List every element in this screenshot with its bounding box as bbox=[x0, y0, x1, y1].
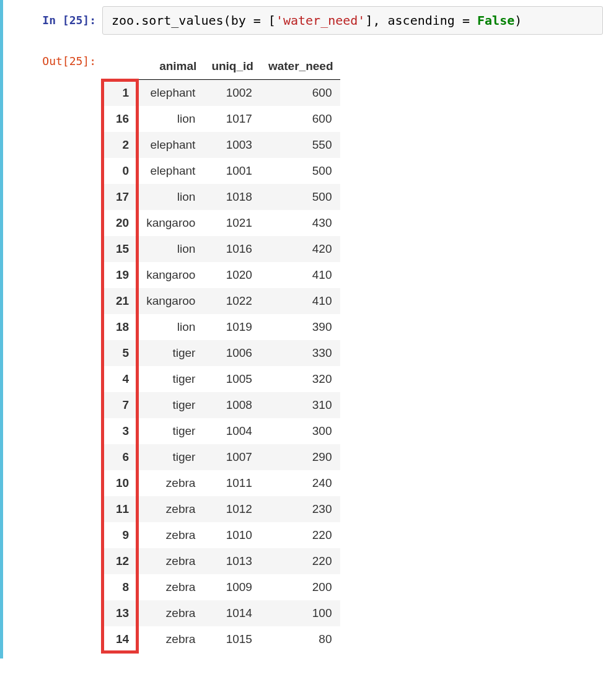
row-index: 9 bbox=[102, 522, 138, 548]
table-row: 0elephant1001500 bbox=[102, 158, 340, 184]
input-prompt: In [25]: bbox=[3, 6, 96, 27]
table-row: 10zebra1011240 bbox=[102, 470, 340, 496]
input-area: zoo.sort_values(by = ['water_need'], asc… bbox=[102, 6, 603, 35]
row-index: 7 bbox=[102, 392, 138, 418]
row-index: 11 bbox=[102, 496, 138, 522]
code-token-string: 'water_need' bbox=[276, 13, 366, 28]
cell-uniq_id: 1001 bbox=[204, 158, 261, 184]
cell-water_need: 500 bbox=[261, 158, 341, 184]
cell-animal: tiger bbox=[138, 366, 204, 392]
header-row: animal uniq_id water_need bbox=[102, 53, 340, 80]
cell-animal: zebra bbox=[138, 600, 204, 626]
row-index: 19 bbox=[102, 262, 138, 288]
cell-water_need: 500 bbox=[261, 184, 341, 210]
col-header-animal: animal bbox=[138, 53, 204, 80]
cell-uniq_id: 1018 bbox=[204, 184, 261, 210]
table-row: 8zebra1009200 bbox=[102, 574, 340, 600]
notebook-cell: In [25]: zoo.sort_values(by = ['water_ne… bbox=[0, 0, 603, 41]
row-index: 10 bbox=[102, 470, 138, 496]
cell-water_need: 230 bbox=[261, 496, 341, 522]
cell-water_need: 220 bbox=[261, 548, 341, 574]
cell-animal: elephant bbox=[138, 158, 204, 184]
cell-animal: tiger bbox=[138, 418, 204, 444]
table-row: 11zebra1012230 bbox=[102, 496, 340, 522]
row-index: 5 bbox=[102, 340, 138, 366]
cell-animal: tiger bbox=[138, 444, 204, 470]
table-row: 15lion1016420 bbox=[102, 236, 340, 262]
cell-uniq_id: 1019 bbox=[204, 314, 261, 340]
table-row: 9zebra1010220 bbox=[102, 522, 340, 548]
row-index: 6 bbox=[102, 444, 138, 470]
cell-water_need: 430 bbox=[261, 210, 341, 236]
table-row: 21kangaroo1022410 bbox=[102, 288, 340, 314]
col-header-water-need: water_need bbox=[261, 53, 341, 80]
row-index: 18 bbox=[102, 314, 138, 340]
prompt-column: Out[25]: bbox=[3, 47, 102, 652]
table-row: 3tiger1004300 bbox=[102, 418, 340, 444]
col-header-uniq-id: uniq_id bbox=[204, 53, 261, 80]
cell-water_need: 80 bbox=[261, 626, 341, 652]
cell-animal: kangaroo bbox=[138, 288, 204, 314]
cell-animal: tiger bbox=[138, 340, 204, 366]
cell-uniq_id: 1012 bbox=[204, 496, 261, 522]
code-token-keyword: False bbox=[477, 13, 514, 28]
row-index: 12 bbox=[102, 548, 138, 574]
cell-water_need: 330 bbox=[261, 340, 341, 366]
cell-uniq_id: 1007 bbox=[204, 444, 261, 470]
cell-animal: lion bbox=[138, 184, 204, 210]
cell-uniq_id: 1014 bbox=[204, 600, 261, 626]
cell-uniq_id: 1022 bbox=[204, 288, 261, 314]
cell-uniq_id: 1015 bbox=[204, 626, 261, 652]
table-row: 6tiger1007290 bbox=[102, 444, 340, 470]
table-row: 13zebra1014100 bbox=[102, 600, 340, 626]
code-token: ) bbox=[514, 13, 522, 28]
row-index: 15 bbox=[102, 236, 138, 262]
cell-water_need: 300 bbox=[261, 418, 341, 444]
table-row: 2elephant1003550 bbox=[102, 132, 340, 158]
code-token: ], ascending = bbox=[365, 13, 477, 28]
cell-uniq_id: 1009 bbox=[204, 574, 261, 600]
row-index: 2 bbox=[102, 132, 138, 158]
cell-uniq_id: 1011 bbox=[204, 470, 261, 496]
cell-water_need: 390 bbox=[261, 314, 341, 340]
row-index: 8 bbox=[102, 574, 138, 600]
cell-animal: tiger bbox=[138, 392, 204, 418]
cell-water_need: 550 bbox=[261, 132, 341, 158]
notebook-output-cell: Out[25]: animal uniq_id water_need 1elep… bbox=[0, 41, 603, 658]
row-index: 3 bbox=[102, 418, 138, 444]
cell-water_need: 100 bbox=[261, 600, 341, 626]
table-row: 4tiger1005320 bbox=[102, 366, 340, 392]
cell-animal: zebra bbox=[138, 574, 204, 600]
cell-uniq_id: 1006 bbox=[204, 340, 261, 366]
cell-animal: lion bbox=[138, 314, 204, 340]
cell-uniq_id: 1013 bbox=[204, 548, 261, 574]
row-index: 17 bbox=[102, 184, 138, 210]
table-row: 1elephant1002600 bbox=[102, 80, 340, 107]
cell-water_need: 290 bbox=[261, 444, 341, 470]
cell-water_need: 310 bbox=[261, 392, 341, 418]
cell-water_need: 600 bbox=[261, 80, 341, 107]
code-input[interactable]: zoo.sort_values(by = ['water_need'], asc… bbox=[102, 6, 603, 35]
table-row: 7tiger1008310 bbox=[102, 392, 340, 418]
cell-animal: kangaroo bbox=[138, 210, 204, 236]
cell-animal: lion bbox=[138, 106, 204, 132]
cell-water_need: 220 bbox=[261, 522, 341, 548]
cell-animal: zebra bbox=[138, 496, 204, 522]
row-index: 20 bbox=[102, 210, 138, 236]
cell-animal: elephant bbox=[138, 80, 204, 107]
row-index: 14 bbox=[102, 626, 138, 652]
table-row: 12zebra1013220 bbox=[102, 548, 340, 574]
cell-water_need: 420 bbox=[261, 236, 341, 262]
table-row: 18lion1019390 bbox=[102, 314, 340, 340]
dataframe-table: animal uniq_id water_need 1elephant10026… bbox=[102, 53, 340, 652]
cell-water_need: 200 bbox=[261, 574, 341, 600]
row-index: 13 bbox=[102, 600, 138, 626]
cell-animal: zebra bbox=[138, 548, 204, 574]
cell-water_need: 410 bbox=[261, 262, 341, 288]
cell-uniq_id: 1002 bbox=[204, 80, 261, 107]
cell-uniq_id: 1020 bbox=[204, 262, 261, 288]
cell-uniq_id: 1010 bbox=[204, 522, 261, 548]
output-area: animal uniq_id water_need 1elephant10026… bbox=[102, 47, 603, 652]
cell-animal: zebra bbox=[138, 626, 204, 652]
table-row: 14zebra101580 bbox=[102, 626, 340, 652]
